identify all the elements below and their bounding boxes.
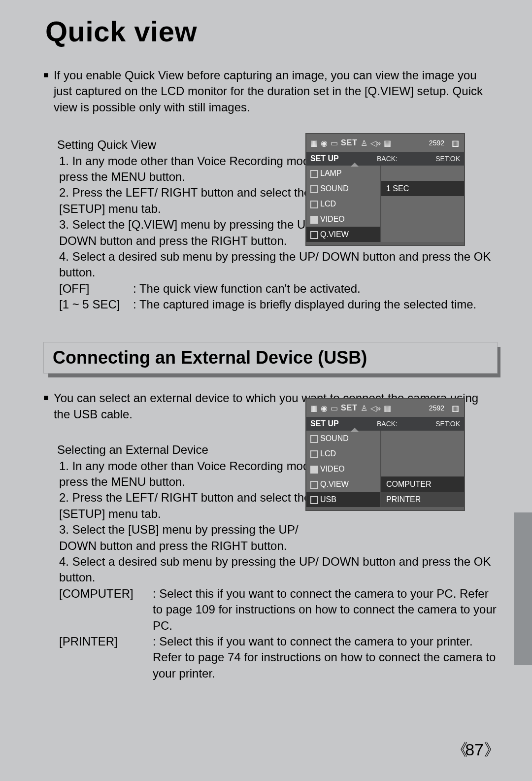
card-icon: ▦ <box>310 138 318 148</box>
lcd1-resolution: 2592 <box>429 139 444 147</box>
section2-step-4: 4. Select a desired sub menu by pressing… <box>59 554 498 586</box>
lcd1-header: SET UP BACK: SET:OK <box>306 152 464 166</box>
section2-opt1-key: [COMPUTER] <box>59 586 153 634</box>
lcd1-header-back: BACK: <box>377 155 398 163</box>
section1-opt2-key: [1 ~ 5 SEC] <box>59 297 133 312</box>
lcd2-header-title: SET UP <box>310 419 339 428</box>
bullet-icon: ■ <box>43 390 49 422</box>
lcd1-item-lcd: LCD <box>306 196 380 211</box>
lcd2-header-back: BACK: <box>377 420 398 428</box>
lcd1-item-video: VIDEO <box>306 211 380 227</box>
section2-title: Connecting an External Device (USB) <box>43 342 498 374</box>
lcd1-header-ok: SET:OK <box>435 155 460 163</box>
lcd-screenshot-qview: ▦ ◉ ▭ SET ♙ ◁» ▦ 2592 ▥ SET UP BACK: SET… <box>305 133 465 246</box>
section1-step-4: 4. Select a desired sub menu by pressing… <box>59 249 498 281</box>
manual-page: Quick view ■ If you enable Quick View be… <box>0 0 532 781</box>
lcd1-header-title: SET UP <box>310 154 339 163</box>
section2-opt1-desc: : Select this if you want to connect the… <box>153 586 498 634</box>
battery-icon: ▥ <box>452 404 459 413</box>
lcd2-item-usb: USB <box>306 492 380 507</box>
lcd1-tabbar: ▦ ◉ ▭ SET ♙ ◁» ▦ 2592 ▥ <box>306 134 464 152</box>
person-icon: ♙ <box>361 404 367 413</box>
page-title: Quick view <box>0 0 532 48</box>
speaker-icon: ◁» <box>370 138 381 148</box>
speaker-icon: ◁» <box>370 404 381 413</box>
section2-opt2-key: [PRINTER] <box>59 634 153 681</box>
section2-header: Connecting an External Device (USB) <box>43 342 498 374</box>
lcd1-item-qview: Q.VIEW <box>306 227 380 242</box>
mode-icon: ▭ <box>331 404 338 413</box>
page-number: 87 <box>451 739 498 761</box>
lcd1-item-sound: SOUND <box>306 181 380 196</box>
bullet-icon: ■ <box>43 68 49 115</box>
camera-icon: ◉ <box>321 138 328 148</box>
thumb-tab <box>514 512 532 665</box>
lcd2-header-ok: SET:OK <box>435 420 460 428</box>
section2-step-1: 1. In any mode other than Voice Recordin… <box>59 458 325 490</box>
section2-step-3: 3. Select the [USB] menu by pressing the… <box>59 522 325 554</box>
lcd2-item-video: VIDEO <box>306 461 380 476</box>
lcd1-list: LAMP SOUND LCD VIDEO Q.VIEW 1 SEC <box>306 166 464 242</box>
lcd2-value-printer: PRINTER <box>381 492 464 507</box>
section1-opt1-key: [OFF] <box>59 281 133 297</box>
section2-step-2: 2. Press the LEFT/ RIGHT button and sele… <box>59 490 325 522</box>
lcd2-item-sound: SOUND <box>306 431 380 446</box>
card-icon: ▦ <box>310 404 318 413</box>
grid-icon: ▦ <box>384 404 391 413</box>
battery-icon: ▥ <box>452 138 459 148</box>
mode-icon: ▭ <box>331 138 338 148</box>
lcd2-header: SET UP BACK: SET:OK <box>306 417 464 431</box>
lcd2-list: SOUND LCD VIDEO Q.VIEW USB COMPUTER PRIN… <box>306 431 464 507</box>
lcd1-set-tab: SET <box>341 138 358 147</box>
camera-icon: ◉ <box>321 404 328 413</box>
lcd2-set-tab: SET <box>341 404 358 412</box>
section1-step-1: 1. In any mode other than Voice Recordin… <box>59 153 325 185</box>
grid-icon: ▦ <box>384 138 391 148</box>
lcd2-tabbar: ▦ ◉ ▭ SET ♙ ◁» ▦ 2592 ▥ <box>306 399 464 417</box>
section1-opt2-desc: : The captured image is briefly displaye… <box>133 297 476 312</box>
section2-opt2-desc: : Select this if you want to connect the… <box>153 634 498 681</box>
lcd1-value: 1 SEC <box>381 181 464 196</box>
section1-intro: If you enable Quick View before capturin… <box>54 68 498 115</box>
section1-opt1-desc: : The quick view function can't be activ… <box>133 281 361 297</box>
lcd1-item-lamp: LAMP <box>306 166 380 181</box>
section1-step-3: 3. Select the [Q.VIEW] menu by pressing … <box>59 217 325 249</box>
lcd2-item-lcd: LCD <box>306 446 380 461</box>
lcd2-resolution: 2592 <box>429 404 444 412</box>
person-icon: ♙ <box>361 138 367 148</box>
lcd-screenshot-usb: ▦ ◉ ▭ SET ♙ ◁» ▦ 2592 ▥ SET UP BACK: SET… <box>305 398 465 511</box>
lcd2-item-qview: Q.VIEW <box>306 476 380 492</box>
lcd2-value-computer: COMPUTER <box>381 476 464 492</box>
section1-step-2: 2. Press the LEFT/ RIGHT button and sele… <box>59 185 325 217</box>
